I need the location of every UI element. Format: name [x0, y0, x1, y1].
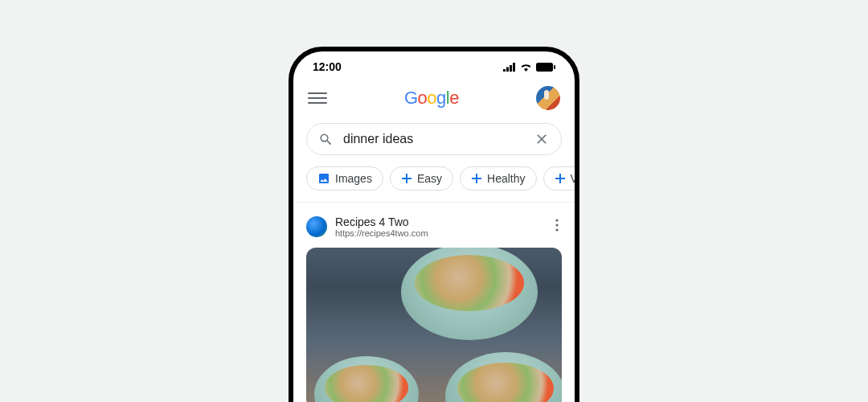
- plus-icon: [555, 173, 566, 184]
- clear-icon[interactable]: [534, 131, 550, 147]
- svg-rect-5: [554, 65, 555, 69]
- result-image[interactable]: [306, 248, 562, 402]
- svg-rect-1: [506, 67, 509, 72]
- svg-point-12: [555, 219, 558, 221]
- signal-icon: [503, 63, 516, 72]
- status-icons: [503, 63, 555, 72]
- battery-icon: [536, 63, 555, 72]
- kebab-icon: [555, 219, 559, 232]
- site-name: Recipes 4 Two: [335, 215, 428, 228]
- search-input[interactable]: [343, 132, 524, 146]
- site-favicon: [306, 216, 327, 237]
- chip-label: Easy: [417, 172, 442, 185]
- phone-frame: 12:00 Google Images Easy Health: [289, 47, 579, 402]
- app-bar: Google: [293, 78, 575, 117]
- svg-point-14: [555, 228, 558, 231]
- svg-rect-3: [513, 63, 515, 72]
- food-bowl-illustration: [314, 356, 419, 402]
- result-header[interactable]: Recipes 4 Two https://recipes4two.com: [306, 215, 562, 238]
- food-bowl-illustration: [401, 248, 538, 340]
- menu-button[interactable]: [308, 88, 327, 108]
- status-bar: 12:00: [293, 51, 575, 78]
- chip-healthy[interactable]: Healthy: [460, 166, 536, 191]
- account-avatar[interactable]: [536, 86, 560, 110]
- wifi-icon: [520, 63, 532, 72]
- image-icon: [317, 172, 330, 185]
- filter-chips: Images Easy Healthy Veget: [293, 165, 575, 203]
- chip-label: Healthy: [487, 172, 525, 185]
- site-info: Recipes 4 Two https://recipes4two.com: [335, 215, 428, 238]
- site-url: https://recipes4two.com: [335, 228, 428, 238]
- search-icon: [318, 132, 334, 147]
- search-box[interactable]: [306, 123, 562, 155]
- food-bowl-illustration: [445, 352, 562, 402]
- chip-vegetarian[interactable]: Veget: [543, 166, 575, 191]
- search-result: Recipes 4 Two https://recipes4two.com: [293, 203, 575, 402]
- plus-icon: [401, 173, 412, 184]
- plus-icon: [471, 173, 482, 184]
- chip-label: Images: [335, 172, 372, 185]
- svg-rect-0: [503, 69, 506, 72]
- chip-easy[interactable]: Easy: [390, 166, 453, 191]
- svg-rect-2: [510, 65, 512, 72]
- google-logo[interactable]: Google: [404, 88, 459, 109]
- status-time: 12:00: [313, 60, 342, 73]
- svg-point-13: [555, 224, 558, 226]
- chip-images[interactable]: Images: [306, 166, 383, 191]
- svg-rect-4: [536, 63, 553, 72]
- more-options-button[interactable]: [552, 215, 562, 238]
- chip-label: Veget: [571, 172, 575, 185]
